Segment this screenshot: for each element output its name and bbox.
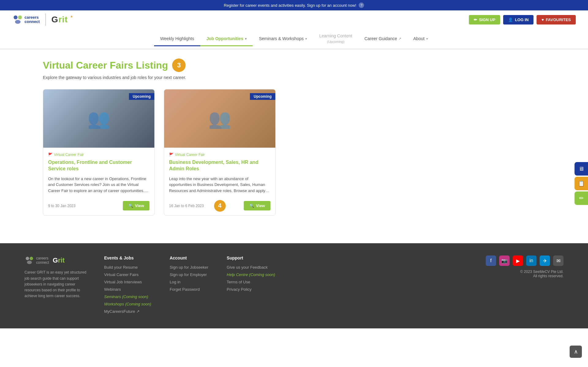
card-1-category: 🚩 Virtual Career Fair <box>48 153 149 157</box>
card-1-title: Operations, Frontline and Customer Servi… <box>48 159 149 172</box>
nav-seminars-arrow: ▾ <box>305 37 307 40</box>
card-1-description: On the lookout for a new career in Opera… <box>48 176 149 194</box>
copyright-text: © 2023 SeeMeCV Pte Ltd.All rights reserv… <box>520 270 564 278</box>
footer-col-events-links: Build your Resume Virtual Career Fairs V… <box>104 265 151 314</box>
nav-career-guidance[interactable]: Career Guidance ↗ <box>358 32 407 46</box>
footer-col-account: Account Sign up for Jobseeker Sign up fo… <box>170 255 208 316</box>
youtube-icon[interactable]: ▶ <box>513 255 523 266</box>
card-2-category: 🚩 Virtual Career Fair <box>169 153 270 157</box>
card-1-view-button[interactable]: 🔍 View <box>123 201 149 210</box>
card-1-footer: 9 to 30 Jan 2023 🔍 View <box>48 199 149 210</box>
telegram-icon[interactable]: ✈ <box>540 255 550 266</box>
person-icon: 👤 <box>508 17 513 22</box>
svg-point-0 <box>14 16 18 20</box>
footer-col-account-links: Sign up for Jobseeker Sign up for Employ… <box>170 265 208 292</box>
logo-divider <box>45 13 46 26</box>
footer-link-webinars: Webinars <box>104 287 151 292</box>
nav-weekly-highlights[interactable]: Weekly Highlights <box>154 32 200 46</box>
footer-link-seminars: Seminars (Coming soon) <box>104 294 151 299</box>
footer-col-support-links: Give us your Feedback Help Centre (Comin… <box>227 265 275 292</box>
pencil-icon: ✏ <box>474 17 477 22</box>
footer-inner: careersconnect Grit Career GRIT is an ea… <box>24 255 564 316</box>
footer-cc-icon <box>24 255 34 265</box>
footer-brand: careersconnect Grit Career GRIT is an ea… <box>24 255 92 299</box>
favourites-button[interactable]: ♥ FAVOURITES <box>537 15 576 25</box>
card-2-footer: 16 Jan to 6 Feb 2023 4 🔍 View <box>169 199 270 210</box>
cards-grid: Upcoming 🚩 Virtual Career Fair Operation… <box>43 89 276 216</box>
footer-cc-text: careersconnect <box>36 256 49 265</box>
footer-link-signup-jobseeker: Sign up for Jobseeker <box>170 265 208 270</box>
svg-point-1 <box>18 16 22 20</box>
footer-col-events: Events & Jobs Build your Resume Virtual … <box>104 255 151 316</box>
nav-learning-label: Learning Content(Upcoming) <box>319 33 352 44</box>
card-2-upcoming-badge: Upcoming <box>250 93 275 100</box>
instagram-icon[interactable]: 📷 <box>499 255 510 266</box>
nav-seminars-workshops[interactable]: Seminars & Workshops ▾ <box>253 32 313 46</box>
signup-button[interactable]: ✏ SIGN UP <box>469 15 500 25</box>
floating-btn-screen[interactable]: 🖥 <box>575 162 588 176</box>
nav-about-arrow: ▾ <box>426 37 428 40</box>
footer-link-signup-employer: Sign up for Employer <box>170 272 208 277</box>
card-1-image: Upcoming <box>43 89 154 148</box>
footer-col-events-heading: Events & Jobs <box>104 255 151 260</box>
card-2: Upcoming 🚩 Virtual Career Fair Business … <box>164 89 276 216</box>
footer-col-account-heading: Account <box>170 255 208 260</box>
main-content: Virtual Career Fairs Listing 3 Explore t… <box>0 49 588 225</box>
floating-buttons: 🖥 📋 ✏ <box>575 162 588 205</box>
svg-point-2 <box>15 20 21 24</box>
nav-about[interactable]: About ▾ <box>407 32 434 46</box>
flag-icon-2: 🚩 <box>169 153 174 157</box>
card-2-body: 🚩 Virtual Career Fair Business Developme… <box>164 148 275 215</box>
card-1-upcoming-badge: Upcoming <box>129 93 154 100</box>
facebook-icon[interactable]: f <box>486 255 496 266</box>
footer-description: Career GRIT is an easy yet structured jo… <box>24 270 92 299</box>
nav-job-opportunities[interactable]: Job Opportunities ▾ <box>200 32 253 46</box>
card-2-view-button[interactable]: 🔍 View <box>244 201 270 210</box>
email-icon[interactable]: ✉ <box>553 255 564 266</box>
main-nav: Weekly Highlights Job Opportunities ▾ Se… <box>0 29 588 49</box>
page-subtitle: Explore the gateway to various industrie… <box>43 75 545 80</box>
card-1-date: 9 to 30 Jan 2023 <box>48 204 75 208</box>
search-icon-2: 🔍 <box>249 203 254 208</box>
careers-connect-logo[interactable]: careersconnect <box>12 14 40 25</box>
top-banner: Register for career events and activitie… <box>0 0 588 10</box>
external-link-icon: ↗ <box>398 37 401 41</box>
header-actions: ✏ SIGN UP 👤 LOG IN ♥ FAVOURITES <box>469 15 576 25</box>
card-2-date: 16 Jan to 6 Feb 2023 <box>169 204 204 208</box>
footer-col-support: Support Give us your Feedback Help Centr… <box>227 255 275 316</box>
svg-point-4 <box>30 257 33 260</box>
logo-area: careersconnect Grit * <box>12 13 73 26</box>
linkedin-icon[interactable]: in <box>526 255 537 266</box>
footer-link-vji: Virtual Job Interviews <box>104 279 151 284</box>
floating-btn-edit[interactable]: ✏ <box>575 191 588 205</box>
careers-connect-text: careersconnect <box>24 15 40 24</box>
footer-grit-text: Grit <box>53 256 65 264</box>
card-1: Upcoming 🚩 Virtual Career Fair Operation… <box>43 89 155 216</box>
header: careersconnect Grit * ✏ SIGN UP 👤 LOG IN… <box>0 10 588 29</box>
banner-text: Register for career events and activitie… <box>224 3 356 8</box>
card-1-body: 🚩 Virtual Career Fair Operations, Frontl… <box>43 148 154 215</box>
login-button[interactable]: 👤 LOG IN <box>503 15 533 25</box>
card-2-num-badge: 4 <box>214 200 226 212</box>
footer-logo: careersconnect Grit <box>24 255 92 265</box>
footer-link-privacy: Privacy Policy <box>227 287 275 292</box>
grit-logo: Grit * <box>51 15 73 25</box>
svg-point-5 <box>27 261 32 264</box>
footer: careersconnect Grit Career GRIT is an ea… <box>0 243 588 328</box>
careers-connect-icon <box>12 14 23 25</box>
heart-icon: ♥ <box>541 17 544 22</box>
footer-link-resume: Build your Resume <box>104 265 151 270</box>
card-2-title: Business Development, Sales, HR and Admi… <box>169 159 270 172</box>
footer-link-vcf: Virtual Career Fairs <box>104 272 151 277</box>
svg-point-3 <box>26 257 29 260</box>
footer-col-support-heading: Support <box>227 255 275 260</box>
nav-learning-content[interactable]: Learning Content(Upcoming) <box>313 29 358 49</box>
footer-link-workshops: Workshops (Coming soon) <box>104 301 151 306</box>
floating-btn-clipboard[interactable]: 📋 <box>575 177 588 190</box>
social-icons-group: f 📷 ▶ in ✈ ✉ <box>486 255 564 266</box>
nav-job-arrow: ▾ <box>245 37 247 40</box>
footer-link-feedback: Give us your Feedback <box>227 265 275 270</box>
search-icon-1: 🔍 <box>128 203 133 208</box>
banner-help-icon[interactable]: ? <box>359 2 364 8</box>
page-title: Virtual Career Fairs Listing 3 <box>43 59 545 72</box>
